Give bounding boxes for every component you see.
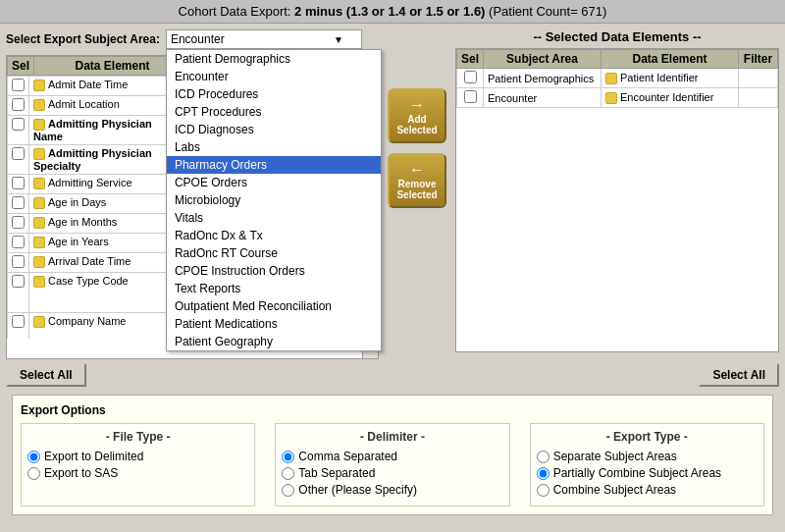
data-element-name: Age in Days xyxy=(29,194,186,214)
dropdown-item[interactable]: Text Reports xyxy=(167,280,381,297)
row-checkbox[interactable] xyxy=(12,147,25,160)
dropdown-item[interactable]: Patient Medications xyxy=(167,315,381,333)
export-options-section: Export Options - File Type - Export to D… xyxy=(12,395,773,515)
remove-selected-button[interactable]: ← Remove Selected xyxy=(388,153,446,208)
element-icon xyxy=(33,148,45,160)
dropdown-item[interactable]: Patient Demographics xyxy=(167,50,381,68)
remove-arrow-icon: ← xyxy=(393,161,441,179)
row-checkbox[interactable] xyxy=(12,118,25,131)
data-element-name: Arrival Date Time xyxy=(29,253,186,273)
dropdown-item[interactable]: CPOE Instruction Orders xyxy=(167,262,381,280)
dropdown-item[interactable]: RadOnc Dx & Tx xyxy=(167,227,381,244)
dropdown-item[interactable]: Labs xyxy=(167,138,381,156)
file-type-title: - File Type - xyxy=(27,430,248,444)
dropdown-item[interactable]: Pharmacy Orders xyxy=(167,156,381,174)
row-checkbox[interactable] xyxy=(12,79,25,91)
selected-table-row: EncounterEncounter Identifier xyxy=(457,88,778,108)
export-type-radio[interactable] xyxy=(537,451,550,463)
delimiter-radio[interactable] xyxy=(282,484,294,497)
remove-label: Remove xyxy=(393,179,441,189)
row-checkbox[interactable] xyxy=(12,236,25,248)
selected-row-checkbox[interactable] xyxy=(464,71,477,83)
left-panel: Select Export Subject Area: Encounter ▼ … xyxy=(6,29,379,359)
data-element-name: Admit Location xyxy=(29,96,186,116)
selected-table: Sel Subject Area Data Element Filter Pat… xyxy=(456,49,778,108)
dropdown-item[interactable]: Outpatient Med Reconciliation xyxy=(167,297,381,315)
data-element-name: Company Name xyxy=(29,313,186,339)
select-all-row: Select All Select All xyxy=(6,359,779,391)
dropdown-item[interactable]: ICD Diagnoses xyxy=(167,121,381,138)
dropdown-item[interactable]: Microbiology xyxy=(167,191,381,209)
data-element-name: Age in Months xyxy=(29,214,186,234)
add-sublabel: Selected xyxy=(393,125,441,135)
delimiter-radio[interactable] xyxy=(282,451,294,463)
add-selected-button[interactable]: → Add Selected xyxy=(388,88,446,143)
add-label: Add xyxy=(393,114,441,125)
export-type-radio[interactable] xyxy=(537,467,550,480)
options-grid: - File Type - Export to DelimitedExport … xyxy=(21,423,764,506)
element-icon xyxy=(33,237,45,248)
delimiter-radio[interactable] xyxy=(282,467,294,480)
export-type-label: Partially Combine Subject Areas xyxy=(553,466,721,480)
delimiter-option: Comma Separated xyxy=(282,450,502,463)
select-value: Encounter xyxy=(171,32,225,46)
subject-area-dropdown[interactable]: Patient DemographicsEncounterICD Procedu… xyxy=(166,49,382,351)
data-element-name: Admit Date Time xyxy=(29,77,186,96)
col-sel: Sel xyxy=(8,57,34,76)
element-icon xyxy=(33,217,45,229)
export-type-radio[interactable] xyxy=(537,484,550,497)
dropdown-item[interactable]: Vitals xyxy=(167,209,381,227)
select-all-right-button[interactable]: Select All xyxy=(699,363,779,387)
selected-subject-area: Encounter xyxy=(484,88,602,108)
delimiter-label: Tab Separated xyxy=(298,466,375,480)
row-checkbox[interactable] xyxy=(12,315,25,328)
subject-area-select-display[interactable]: Encounter ▼ xyxy=(166,29,362,49)
element-icon xyxy=(33,80,45,91)
title-bold: 2 minus (1.3 or 1.4 or 1.5 or 1.6) xyxy=(294,4,485,19)
dropdown-arrow-icon: ▼ xyxy=(334,34,343,45)
selected-subject-area: Patient Demographics xyxy=(484,69,602,88)
subject-area-label: Select Export Subject Area: xyxy=(6,32,160,46)
selected-table-container: Sel Subject Area Data Element Filter Pat… xyxy=(455,48,779,352)
remove-sublabel: Selected xyxy=(393,189,441,200)
select-all-left-button[interactable]: Select All xyxy=(6,363,86,387)
file-type-group: - File Type - Export to DelimitedExport … xyxy=(21,423,255,506)
selected-element-icon xyxy=(605,73,617,84)
data-element-name: Admitting Physician Name xyxy=(29,116,186,145)
row-checkbox[interactable] xyxy=(12,98,25,111)
subject-area-row: Select Export Subject Area: Encounter ▼ … xyxy=(6,29,379,49)
selected-table-row: Patient DemographicsPatient Identifier xyxy=(457,69,778,88)
dropdown-item[interactable]: CPT Procedures xyxy=(167,103,381,121)
middle-buttons: → Add Selected ← Remove Selected xyxy=(383,29,451,208)
export-type-group: - Export Type - Separate Subject AreasPa… xyxy=(530,423,764,506)
dropdown-item[interactable]: Encounter xyxy=(167,68,381,85)
delimiter-option: Tab Separated xyxy=(282,466,502,480)
selected-data-element: Patient Identifier xyxy=(602,69,739,88)
row-checkbox[interactable] xyxy=(12,216,25,229)
row-checkbox[interactable] xyxy=(12,275,25,288)
element-icon xyxy=(33,316,45,328)
export-type-title: - Export Type - xyxy=(537,430,758,444)
selected-data-element: Encounter Identifier xyxy=(602,88,739,108)
add-arrow-icon: → xyxy=(393,96,441,114)
dropdown-item[interactable]: RadOnc RT Course xyxy=(167,244,381,262)
row-checkbox[interactable] xyxy=(12,177,25,189)
file-type-radio[interactable] xyxy=(27,451,40,463)
sel-col-header: Sel xyxy=(457,50,484,69)
dropdown-item[interactable]: ICD Procedures xyxy=(167,85,381,103)
file-type-label: Export to SAS xyxy=(44,466,118,480)
dropdown-item[interactable]: Patient Geography xyxy=(167,333,381,350)
data-element-name: Case Type Code xyxy=(29,273,186,313)
row-checkbox[interactable] xyxy=(12,255,25,268)
file-type-option: Export to SAS xyxy=(27,466,248,480)
file-type-radio[interactable] xyxy=(27,467,40,480)
data-element-name: Age in Years xyxy=(29,234,186,253)
selected-element-icon xyxy=(605,92,617,104)
file-type-label: Export to Delimited xyxy=(44,450,143,463)
export-type-option: Separate Subject Areas xyxy=(537,450,758,463)
selected-row-checkbox[interactable] xyxy=(464,90,477,103)
delimiter-label: Comma Separated xyxy=(298,450,397,463)
element-icon xyxy=(33,178,45,189)
row-checkbox[interactable] xyxy=(12,196,25,209)
dropdown-item[interactable]: CPOE Orders xyxy=(167,174,381,191)
